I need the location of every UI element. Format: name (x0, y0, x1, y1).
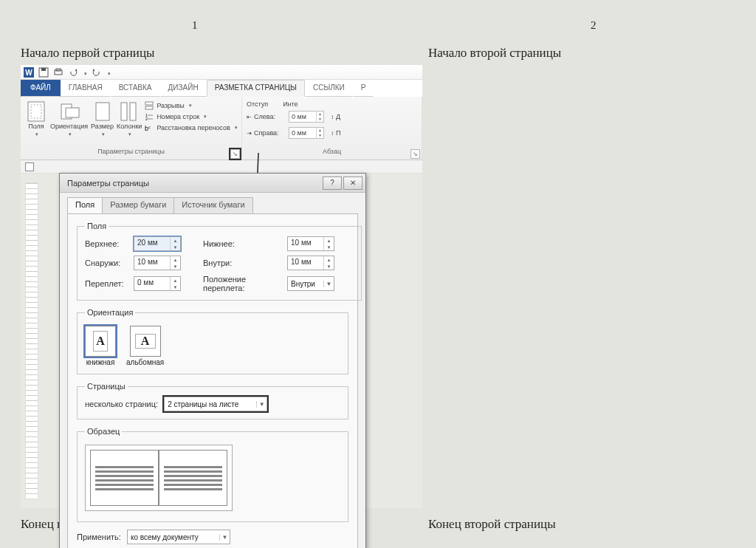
vertical-ruler[interactable] (25, 182, 38, 499)
group-label-page-setup: Параметры страницы (25, 148, 237, 160)
tab-file[interactable]: ФАЙЛ (21, 80, 61, 97)
undo-icon[interactable] (68, 67, 78, 78)
tab-mailings-fragment[interactable]: Р (353, 80, 374, 97)
page-number-2: 2 (591, 19, 597, 32)
preview-legend: Образец (85, 427, 122, 436)
page-setup-dialog: Параметры страницы ? ✕ Поля Размер бумаг… (59, 173, 366, 548)
dialog-tab-source[interactable]: Источник бумаги (173, 197, 252, 213)
svg-rect-11 (121, 103, 127, 120)
size-label: Размер (91, 123, 114, 130)
bottom-spin[interactable]: 10 мм▲▼ (287, 236, 334, 251)
size-button[interactable]: Размер (91, 99, 114, 137)
outside-spin[interactable]: 10 мм▲▼ (134, 256, 181, 270)
indent-header: Отступ (247, 100, 268, 108)
gutter-label: Переплет: (85, 279, 131, 288)
spacing-header: Инте (283, 100, 298, 108)
portrait-label: книжная (86, 358, 115, 366)
hyphenation-label: Расстановка переносов (157, 124, 230, 131)
indent-right-spin[interactable]: 0 мм▲▼ (289, 127, 324, 139)
fields-group: Поля Верхнее: 20 мм▲▼ Нижнее: 10 мм▲▼ Сн… (77, 222, 362, 301)
line-numbers-label: Номера строк (157, 113, 199, 120)
heading-page2-end: Конец второй страницы (428, 517, 556, 532)
page-number-1: 1 (192, 19, 198, 32)
quick-access-toolbar: W (21, 65, 422, 80)
tab-references[interactable]: ССЫЛКИ (305, 80, 353, 97)
svg-rect-14 (145, 106, 153, 109)
dialog-tab-paper[interactable]: Размер бумаги (102, 197, 174, 213)
undo-dropdown[interactable] (83, 68, 87, 77)
inside-spin[interactable]: 10 мм▲▼ (287, 256, 334, 270)
svg-rect-9 (66, 108, 79, 117)
dialog-title-text: Параметры страницы (67, 179, 149, 188)
top-label: Верхнее: (85, 239, 131, 248)
indent-left-spin[interactable]: 0 мм▲▼ (289, 111, 324, 123)
svg-text:bᶜ: bᶜ (145, 125, 151, 132)
orientation-button[interactable]: Ориентация (50, 99, 88, 137)
top-spin[interactable]: 20 мм▲▼ (134, 236, 181, 251)
orientation-portrait[interactable]: A книжная (85, 326, 116, 366)
help-button[interactable]: ? (323, 177, 342, 190)
orientation-label: Ориентация (50, 123, 88, 130)
ruler-corner (21, 160, 422, 174)
gutter-spin[interactable]: 0 мм▲▼ (134, 276, 181, 291)
breaks-label: Разрывы (157, 102, 184, 109)
breaks-button[interactable]: Разрывы (145, 100, 237, 111)
preview-thumbnail (85, 445, 233, 511)
svg-rect-13 (145, 102, 153, 105)
orientation-group: Ориентация A книжная A альбомная (77, 308, 348, 374)
save-icon[interactable] (38, 67, 49, 78)
spacing-before-frag: Д (336, 113, 340, 120)
fields-legend: Поля (85, 222, 109, 230)
ribbon-tabs: ФАЙЛ ГЛАВНАЯ ВСТАВКА ДИЗАЙН РАЗМЕТКА СТР… (21, 80, 422, 97)
gutter-pos-combo[interactable]: Внутри▼ (287, 276, 334, 291)
close-button[interactable]: ✕ (343, 177, 362, 190)
pages-legend: Страницы (85, 382, 128, 391)
svg-text:W: W (25, 69, 32, 77)
outside-label: Снаружи: (85, 258, 131, 267)
hyphenation-button[interactable]: bᶜ Расстановка переносов (145, 123, 237, 133)
columns-label: Колонки (117, 123, 142, 130)
preview-group: Образец (77, 427, 348, 522)
bottom-label: Нижнее: (203, 239, 284, 248)
svg-text:2: 2 (145, 117, 148, 121)
qat-customize-icon[interactable] (106, 68, 111, 77)
tab-selector-icon[interactable] (25, 162, 34, 171)
spacing-after-frag: П (336, 129, 340, 137)
paragraph-launcher[interactable]: ↘ (410, 149, 420, 159)
group-paragraph: Отступ Инте ⇤ Слева: 0 мм▲▼ ↕ Д ⇥ Справа… (242, 97, 422, 160)
orientation-legend: Ориентация (85, 308, 135, 317)
line-numbers-button[interactable]: 12 Номера строк (145, 112, 237, 122)
svg-rect-10 (96, 103, 109, 120)
group-label-paragraph: Абзац (247, 148, 417, 160)
svg-rect-3 (41, 68, 46, 71)
indent-left-label: Слева: (254, 113, 286, 120)
dialog-tab-fields[interactable]: Поля (67, 197, 103, 213)
margins-label: Поля (28, 123, 44, 130)
page-setup-launcher[interactable]: ↘ (230, 149, 240, 159)
indent-right-label: Справа: (254, 129, 286, 137)
dialog-titlebar[interactable]: Параметры страницы ? ✕ (60, 174, 365, 193)
pages-group: Страницы несколько страниц: 2 страницы н… (77, 382, 348, 419)
tab-home[interactable]: ГЛАВНАЯ (61, 80, 111, 97)
tab-page-layout[interactable]: РАЗМЕТКА СТРАНИЦЫ (207, 80, 305, 97)
print-preview-icon[interactable] (53, 67, 63, 78)
svg-rect-6 (28, 102, 44, 121)
orientation-landscape[interactable]: A альбомная (126, 326, 164, 366)
apply-combo[interactable]: ко всему документу▼ (127, 530, 230, 544)
svg-rect-12 (130, 103, 136, 120)
redo-icon[interactable] (92, 67, 102, 78)
gutter-pos-label: Положение переплета: (203, 275, 284, 292)
apply-label: Применить: (77, 532, 121, 541)
landscape-label: альбомная (126, 358, 164, 366)
margins-button[interactable]: Поля (25, 99, 47, 137)
multi-pages-combo[interactable]: 2 страницы на листе▼ (164, 397, 267, 411)
group-page-setup: Поля Ориентация Размер Колонки (21, 97, 242, 160)
columns-button[interactable]: Колонки (117, 99, 142, 137)
word-icon: W (24, 67, 34, 78)
multi-pages-label: несколько страниц: (85, 400, 158, 408)
dialog-tabs: Поля Размер бумаги Источник бумаги (67, 197, 358, 213)
inside-label: Внутри: (203, 258, 284, 267)
tab-design[interactable]: ДИЗАЙН (160, 80, 207, 97)
tab-insert[interactable]: ВСТАВКА (111, 80, 160, 97)
heading-page1-start: Начало первой страницы (21, 46, 154, 61)
